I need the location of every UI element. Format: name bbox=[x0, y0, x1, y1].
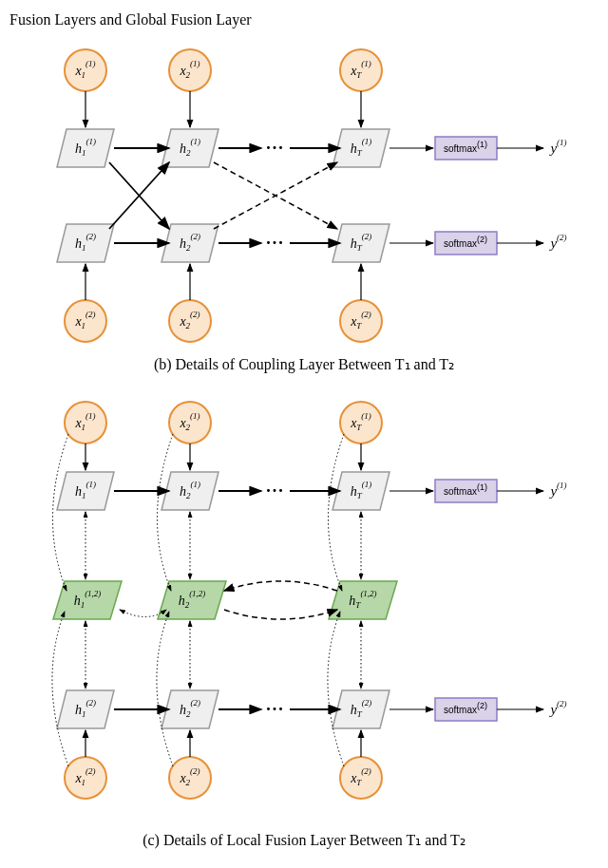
input-x2-2-c: x2(2) bbox=[169, 757, 211, 799]
softmax-2: softmax(2) bbox=[435, 232, 497, 255]
input-x2-1: x2(1) bbox=[169, 49, 211, 91]
input-xT-1-c: xT(1) bbox=[340, 402, 382, 443]
hidden-h2-1-c: h2(1) bbox=[162, 472, 218, 510]
hidden-h1-1: h1(1) bbox=[57, 129, 114, 167]
input-x2-2: x2(2) bbox=[169, 300, 211, 342]
dot-curve bbox=[328, 434, 344, 591]
input-x1-1-c: x1(1) bbox=[65, 402, 106, 443]
softmax-1-c: softmax(1) bbox=[435, 480, 497, 502]
hidden-h2-2: h2(2) bbox=[162, 224, 218, 262]
input-x1-2-c: x1(2) bbox=[65, 757, 106, 799]
diagram-c: x1(1) x2(1) xT(1) h1(1) h2(1) hT(1) h1(1… bbox=[19, 387, 589, 823]
hidden-h1-2-c: h1(2) bbox=[57, 690, 114, 728]
output-y2: y(2) bbox=[548, 233, 566, 251]
output-y1: y(1) bbox=[548, 138, 566, 156]
dash-fwd bbox=[224, 610, 337, 619]
hidden-h1-2: h1(2) bbox=[57, 224, 114, 262]
diagram-b: x1(1) x2(1) xT(1) h1(1) h2(1) hT(1) h1(2… bbox=[19, 34, 589, 348]
hidden-h2-2-c: h2(2) bbox=[162, 690, 218, 728]
input-x1-1: x1(1) bbox=[65, 49, 106, 91]
dot-curve bbox=[52, 612, 68, 766]
softmax-2-c: softmax(2) bbox=[435, 698, 497, 721]
input-xT-2: xT(2) bbox=[340, 300, 382, 342]
caption-c: (c) Details of Local Fusion Layer Betwee… bbox=[10, 831, 598, 849]
hidden-hT-2-c: hT(2) bbox=[332, 690, 390, 728]
hidden-hT-2: hT(2) bbox=[332, 224, 390, 262]
hidden-hT-1-c: hT(1) bbox=[332, 472, 390, 510]
dash-back bbox=[224, 581, 337, 591]
ellipsis-bottom: ··· bbox=[266, 234, 285, 253]
input-x1-2: x1(2) bbox=[65, 300, 106, 342]
dot-curve bbox=[328, 612, 344, 766]
dot-curve bbox=[52, 434, 68, 591]
header-text: Fusion Layers and Global Fusion Layer bbox=[10, 11, 598, 28]
output-y1-c: y(1) bbox=[548, 481, 566, 499]
input-xT-2-c: xT(2) bbox=[340, 757, 382, 799]
caption-b: (b) Details of Coupling Layer Between T₁… bbox=[10, 355, 598, 373]
ellipsis-top-c: ··· bbox=[266, 481, 285, 500]
output-y2-c: y(2) bbox=[548, 699, 566, 717]
hidden-hT-1: hT(1) bbox=[332, 129, 390, 167]
input-x2-1-c: x2(1) bbox=[169, 402, 211, 443]
dot-curve bbox=[157, 612, 173, 766]
dot-curve bbox=[157, 434, 173, 591]
hidden-h2-1: h2(1) bbox=[162, 129, 218, 167]
ellipsis-bot-c: ··· bbox=[266, 700, 285, 719]
hidden-h1-1-c: h1(1) bbox=[57, 472, 114, 510]
softmax-1: softmax(1) bbox=[435, 137, 497, 160]
input-xT-1: xT(1) bbox=[340, 49, 382, 91]
ellipsis-top: ··· bbox=[266, 139, 285, 158]
